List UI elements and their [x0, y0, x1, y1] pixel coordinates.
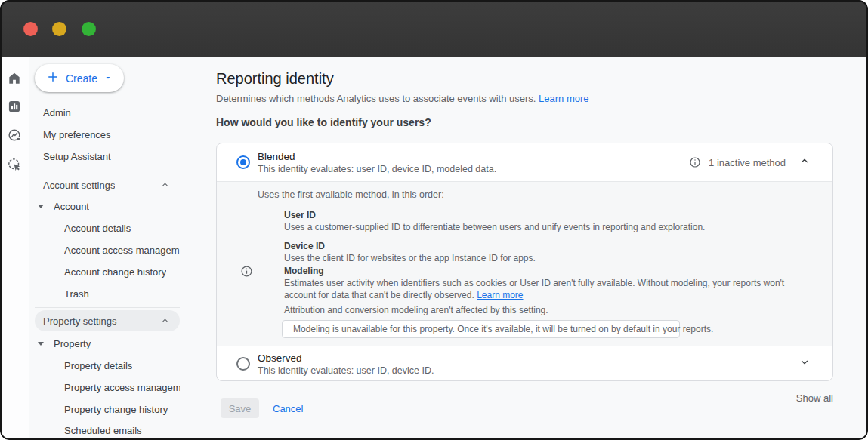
create-button[interactable]: Create: [35, 64, 124, 92]
attribution-note: Attribution and conversion modeling aren…: [284, 305, 548, 315]
modeling-unavailable-notice: Modeling is unavailable for this propert…: [282, 320, 680, 338]
method-device-id-name: Device ID: [284, 241, 325, 251]
method-modeling-name: Modeling: [284, 266, 324, 276]
sidebar-item-property-details[interactable]: Property details: [29, 355, 180, 376]
observed-radio[interactable]: [236, 357, 250, 371]
identity-question: How would you like to identify your user…: [216, 116, 431, 128]
sidebar-item-setup-assistant[interactable]: Setup Assistant: [29, 146, 180, 167]
inactive-method-badge: 1 inactive method: [709, 157, 786, 168]
cancel-button[interactable]: Cancel: [273, 403, 303, 414]
zoom-button[interactable]: [82, 22, 96, 36]
blended-details-panel: Uses the first available method, in this…: [217, 181, 832, 346]
plus-icon: [46, 70, 60, 87]
blended-radio[interactable]: [236, 155, 250, 169]
radio-dot: [240, 159, 246, 165]
expander-triangle-icon[interactable]: [38, 342, 44, 346]
page-description: Determines which methods Analytics uses …: [216, 93, 589, 104]
window-titlebar: [0, 0, 868, 57]
sidebar-item-scheduled-emails[interactable]: Scheduled emails: [29, 420, 180, 440]
sidebar-item-admin[interactable]: Admin: [29, 102, 180, 123]
info-icon[interactable]: [689, 156, 701, 168]
info-icon: [240, 265, 253, 278]
chevron-up-icon[interactable]: [799, 155, 810, 169]
sidebar-item-property-change-history[interactable]: Property change history: [29, 398, 180, 420]
page-title: Reporting identity: [216, 70, 334, 88]
method-device-id-description: Uses the client ID for websites or the a…: [284, 253, 536, 265]
method-order-intro: Uses the first available method, in this…: [258, 189, 444, 200]
sidebar-item-account[interactable]: Account: [29, 195, 180, 217]
observed-option-subtitle: This identity evaluates: user ID, device…: [258, 365, 434, 377]
learn-more-link[interactable]: Learn more: [477, 290, 523, 300]
chevron-down-icon[interactable]: [799, 357, 810, 371]
sidebar-item-my-preferences[interactable]: My preferences: [29, 124, 180, 145]
advertising-icon[interactable]: [7, 157, 22, 172]
sidebar-item-account-access-management[interactable]: Account access managem...: [29, 239, 180, 260]
reports-icon[interactable]: [7, 99, 22, 114]
chevron-up-icon[interactable]: [161, 315, 169, 327]
chevron-up-icon[interactable]: [161, 180, 169, 191]
method-modeling-description: Estimates user activity when identifiers…: [284, 278, 798, 301]
sidebar-divider: [35, 307, 180, 308]
nav-rail: [0, 57, 29, 440]
sidebar-item-property-access-management[interactable]: Property access managem...: [29, 377, 180, 398]
reporting-identity-card: Blended This identity evaluates: user ID…: [216, 143, 833, 381]
sidebar-section-property-settings[interactable]: Property settings: [35, 310, 180, 331]
expander-triangle-icon[interactable]: [38, 205, 44, 208]
close-button[interactable]: [23, 22, 38, 36]
sidebar-item-account-details[interactable]: Account details: [29, 217, 180, 238]
show-all-link[interactable]: Show all: [216, 392, 833, 404]
observed-option-title: Observed: [258, 352, 434, 365]
dropdown-arrow-icon: [103, 72, 113, 85]
home-icon[interactable]: [7, 71, 22, 86]
save-button[interactable]: Save: [221, 398, 259, 418]
sidebar-divider: [35, 171, 180, 171]
learn-more-link[interactable]: Learn more: [539, 93, 588, 104]
observed-option-row[interactable]: Observed This identity evaluates: user I…: [217, 346, 832, 381]
app-window: Create Admin My preferences Setup Assist…: [0, 0, 868, 440]
explore-icon[interactable]: [7, 128, 22, 143]
sidebar-section-account-settings[interactable]: Account settings: [29, 174, 180, 195]
sidebar: Create Admin My preferences Setup Assist…: [29, 57, 187, 440]
sidebar-item-account-change-history[interactable]: Account change history: [29, 261, 180, 282]
method-user-id-name: User ID: [284, 210, 316, 220]
blended-option-subtitle: This identity evaluates: user ID, device…: [258, 163, 496, 175]
blended-option-title: Blended: [258, 150, 496, 163]
minimize-button[interactable]: [52, 22, 66, 36]
blended-option-row[interactable]: Blended This identity evaluates: user ID…: [217, 143, 832, 181]
create-button-label: Create: [66, 72, 97, 85]
sidebar-item-property[interactable]: Property: [29, 333, 180, 354]
sidebar-item-trash[interactable]: Trash: [29, 283, 180, 304]
method-user-id-description: Uses a customer-supplied ID to different…: [284, 222, 705, 234]
